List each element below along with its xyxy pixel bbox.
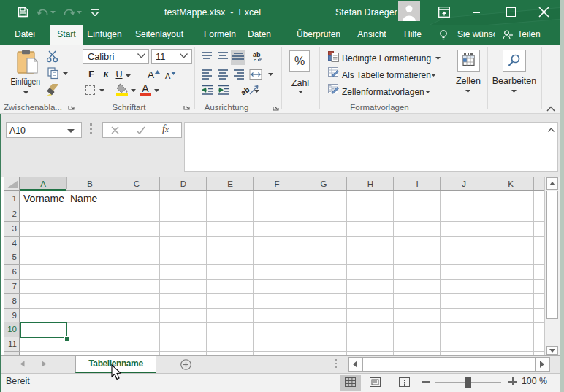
svg-text:c: c — [254, 57, 256, 62]
svg-text:ab: ab — [240, 85, 251, 96]
